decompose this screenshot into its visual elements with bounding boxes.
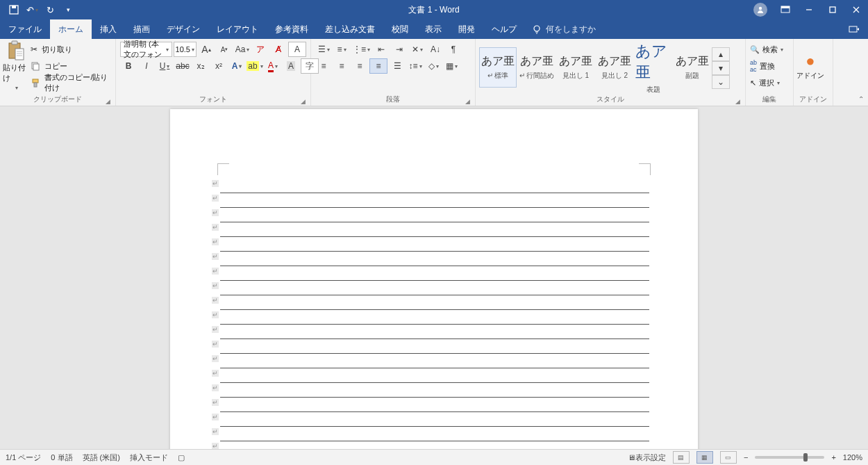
print-layout-button[interactable]: ▦ — [696, 451, 713, 464]
web-layout-button[interactable]: ▭ — [720, 451, 737, 464]
zoom-out-button[interactable]: − — [744, 453, 748, 462]
ribbon-display-icon[interactable] — [774, 0, 797, 19]
tab-mailings[interactable]: 差し込み文書 — [317, 19, 383, 39]
char-border-button[interactable]: A — [288, 42, 306, 57]
subscript-button[interactable]: x₂ — [192, 59, 209, 73]
style-heading1[interactable]: あア亜 見出し 1 — [557, 47, 594, 88]
change-case-button[interactable]: Aa▾ — [234, 42, 251, 56]
styles-gallery-scroll[interactable]: ▴ ▾ ⌄ — [712, 46, 730, 89]
styles-more-icon[interactable]: ⌄ — [712, 75, 730, 89]
font-size-combo[interactable]: 10.5▾ — [174, 42, 197, 57]
undo-icon[interactable]: ↶▾ — [25, 3, 39, 17]
asian-layout-button[interactable]: ✕▾ — [409, 42, 426, 56]
replace-button[interactable]: abac置換 — [749, 58, 785, 74]
font-dialog-launcher[interactable]: ◢ — [299, 98, 306, 105]
svg-rect-14 — [12, 41, 17, 44]
justify-button[interactable]: ≡ — [369, 58, 387, 74]
document-title: 文書 1 - Word — [408, 4, 459, 16]
tab-insert[interactable]: 挿入 — [92, 19, 125, 39]
zoom-in-button[interactable]: + — [831, 453, 835, 462]
close-icon[interactable] — [844, 0, 868, 19]
save-icon[interactable] — [7, 3, 21, 17]
collapse-ribbon-icon[interactable]: ⌃ — [858, 95, 864, 103]
redo-icon[interactable]: ↻ — [43, 3, 57, 17]
group-font: 游明朝 (本文のフォン▾ 10.5▾ A▴ A▾ Aa▾ ア A̸ A B I … — [116, 39, 311, 106]
cut-button[interactable]: ✂ 切り取り — [29, 42, 112, 57]
read-mode-button[interactable]: ▤ — [673, 451, 690, 464]
styles-down-icon[interactable]: ▾ — [712, 61, 730, 75]
show-marks-button[interactable]: ¶ — [445, 42, 462, 56]
qat-customize-icon[interactable]: ▾ — [61, 3, 75, 17]
account-icon[interactable] — [750, 0, 774, 19]
char-shading-button[interactable]: A — [283, 59, 299, 73]
line-spacing-button[interactable]: ↕≡▾ — [407, 59, 424, 73]
align-right-button[interactable]: ≡ — [351, 59, 368, 73]
macro-record-icon[interactable]: ▢ — [178, 453, 185, 462]
italic-button[interactable]: I — [138, 59, 155, 73]
font-color-button[interactable]: A▾ — [265, 59, 281, 73]
tab-design[interactable]: デザイン — [158, 19, 208, 39]
tab-draw[interactable]: 描画 — [125, 19, 158, 39]
status-page[interactable]: 1/1 ページ — [6, 452, 41, 463]
status-bar: 1/1 ページ 0 単語 英語 (米国) 挿入モード ▢ 🖥表示設定 ▤ ▦ ▭… — [0, 449, 868, 465]
select-button[interactable]: ↖選択▾ — [749, 75, 785, 90]
format-painter-button[interactable]: 書式のコピー/貼り付け — [29, 75, 112, 90]
minimize-icon[interactable] — [797, 0, 821, 19]
status-words[interactable]: 0 単語 — [51, 452, 72, 463]
style-normal[interactable]: あア亜 ↵ 標準 — [479, 47, 517, 88]
style-nospacing[interactable]: あア亜 ↵ 行間詰め — [518, 47, 556, 88]
zoom-slider[interactable] — [755, 456, 824, 459]
find-button[interactable]: 🔍検索▾ — [749, 42, 785, 57]
maximize-icon[interactable] — [821, 0, 844, 19]
tab-view[interactable]: 表示 — [417, 19, 450, 39]
grow-font-button[interactable]: A▴ — [198, 42, 215, 56]
decrease-indent-button[interactable]: ⇤ — [373, 42, 390, 56]
bold-button[interactable]: B — [120, 59, 137, 73]
text-effects-button[interactable]: A▾ — [228, 59, 245, 73]
borders-button[interactable]: ▦▾ — [443, 59, 460, 73]
shrink-font-button[interactable]: A▾ — [216, 42, 233, 56]
share-button[interactable] — [840, 19, 868, 39]
multilevel-button[interactable]: ⋮≡▾ — [351, 42, 372, 56]
style-heading2[interactable]: あア亜 見出し 2 — [596, 47, 633, 88]
align-center-button[interactable]: ≡ — [333, 59, 350, 73]
align-left-button[interactable]: ≡ — [315, 59, 332, 73]
sort-button[interactable]: A↓ — [427, 42, 444, 56]
clipboard-dialog-launcher[interactable]: ◢ — [104, 98, 111, 105]
tab-file[interactable]: ファイル — [0, 19, 50, 39]
font-name-combo[interactable]: 游明朝 (本文のフォン▾ — [120, 42, 172, 57]
paragraph-dialog-launcher[interactable]: ◢ — [464, 98, 471, 105]
copy-button[interactable]: コピー — [29, 58, 112, 74]
phonetic-guide-button[interactable]: ア — [252, 42, 269, 56]
clear-format-button[interactable]: A̸ — [270, 42, 287, 56]
numbering-button[interactable]: ≡▾ — [333, 42, 350, 56]
distribute-button[interactable]: ☰ — [389, 59, 406, 73]
tell-me[interactable]: 何をしますか — [525, 19, 596, 39]
strikethrough-button[interactable]: abc — [174, 59, 191, 73]
underline-button[interactable]: U▾ — [156, 59, 173, 73]
tab-layout[interactable]: レイアウト — [208, 19, 267, 39]
style-title[interactable]: あア亜 表題 — [635, 47, 672, 88]
tab-developer[interactable]: 開発 — [450, 19, 483, 39]
status-insert-mode[interactable]: 挿入モード — [130, 452, 168, 463]
paste-button[interactable]: 貼り付け ▾ — [3, 40, 29, 90]
tab-help[interactable]: ヘルプ — [483, 19, 525, 39]
shading-button[interactable]: ◇▾ — [425, 59, 442, 73]
tab-review[interactable]: 校閲 — [383, 19, 417, 39]
highlight-button[interactable]: ab▾ — [247, 59, 263, 73]
superscript-button[interactable]: x² — [210, 59, 227, 73]
tab-references[interactable]: 参考資料 — [267, 19, 317, 39]
zoom-level[interactable]: 120% — [843, 453, 862, 462]
increase-indent-button[interactable]: ⇥ — [391, 42, 408, 56]
bullets-button[interactable]: ☰▾ — [315, 42, 332, 56]
display-settings-button[interactable]: 🖥表示設定 — [628, 452, 666, 463]
addins-button[interactable]: ● アドイン — [796, 40, 824, 90]
status-language[interactable]: 英語 (米国) — [83, 452, 120, 463]
zoom-thumb[interactable] — [803, 453, 808, 462]
tab-home[interactable]: ホーム — [50, 19, 92, 39]
document-area[interactable] — [0, 106, 868, 449]
style-subtitle[interactable]: あア亜 副題 — [674, 47, 711, 88]
page[interactable] — [170, 109, 698, 449]
styles-dialog-launcher[interactable]: ◢ — [734, 98, 741, 105]
styles-up-icon[interactable]: ▴ — [712, 47, 730, 61]
